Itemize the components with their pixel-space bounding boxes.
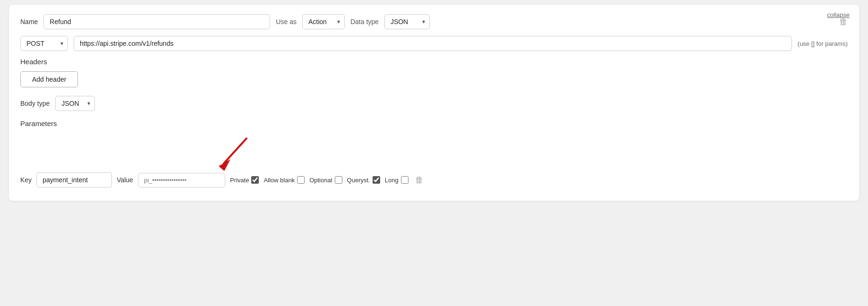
name-input[interactable] [43,14,270,29]
key-input[interactable] [36,172,112,187]
queryst-label: Queryst. [347,177,370,184]
private-label: Private [230,177,249,184]
queryst-checkbox[interactable] [373,176,380,184]
queryst-group: Queryst. [347,176,380,184]
use-as-label: Use as [276,18,297,26]
params-hint: (use [] for params) [798,40,848,47]
name-label: Name [20,18,38,26]
value-input[interactable] [138,173,225,187]
body-type-select-wrapper: JSON Form Raw ▾ [55,96,95,111]
value-label: Value [117,176,133,184]
svg-marker-1 [219,159,230,171]
params-key-row: Key Value Private Allow blank Optional [20,172,848,187]
long-label: Long [385,177,399,184]
parameters-title: Parameters [20,119,848,128]
body-type-select[interactable]: JSON Form Raw [55,96,95,111]
long-group: Long [385,176,408,184]
key-label: Key [20,176,32,184]
optional-group: Optional [309,176,342,184]
svg-line-0 [223,138,247,164]
red-arrow-icon [204,133,261,171]
body-type-label: Body type [20,100,50,107]
use-as-select[interactable]: Action Trigger Filter [302,14,345,29]
add-header-button[interactable]: Add header [20,71,78,87]
body-type-row: Body type JSON Form Raw ▾ [20,96,848,111]
allow-blank-label: Allow blank [264,177,295,184]
method-select-wrapper: POST GET PUT DELETE PATCH ▾ [20,36,68,51]
action-card: collapse Name Use as Action Trigger Filt… [9,5,859,201]
private-group: Private [230,176,259,184]
name-row: Name Use as Action Trigger Filter ▾ Data… [20,14,848,29]
collapse-link[interactable]: collapse [827,11,850,18]
headers-row: Add header [20,71,848,87]
long-checkbox[interactable] [401,176,408,184]
allow-blank-group: Allow blank [264,176,305,184]
headers-title: Headers [20,58,848,66]
use-as-select-wrapper: Action Trigger Filter ▾ [302,14,345,29]
method-select[interactable]: POST GET PUT DELETE PATCH [20,36,68,51]
data-type-select-wrapper: JSON Text Number ▾ [384,14,430,29]
optional-label: Optional [309,177,332,184]
parameters-section: Parameters Key Value Private Allow [20,119,848,187]
data-type-select[interactable]: JSON Text Number [384,14,430,29]
allow-blank-checkbox[interactable] [297,176,305,184]
url-input[interactable] [74,36,792,51]
url-row: POST GET PUT DELETE PATCH ▾ (use [] for … [20,36,848,51]
param-delete-icon[interactable]: 🗑 [415,175,424,185]
data-type-label: Data type [350,18,379,26]
optional-checkbox[interactable] [335,176,342,184]
private-checkbox[interactable] [251,176,259,184]
